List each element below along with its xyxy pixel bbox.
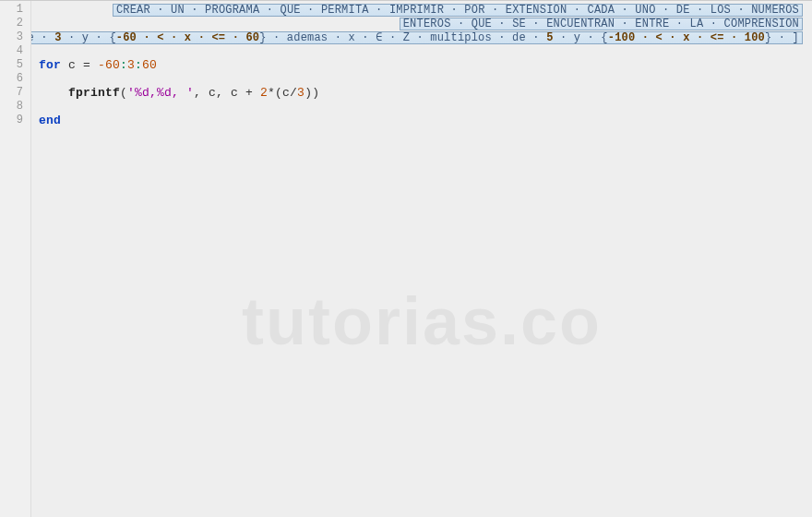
code-line-fprintf: fprintf('%d,%d, ', c, c + 2*(c/3)) <box>31 86 812 100</box>
code-line-for: for c = -60:3:60 <box>31 58 812 72</box>
line-gutter: 1 2 3 4 5 6 7 8 9 <box>0 1 31 517</box>
function-fprintf: fprintf <box>68 86 120 100</box>
line-number: 4 <box>0 44 30 58</box>
code-area[interactable]: CREAR · UN · PROGRAMA · QUE · PERMITA · … <box>31 1 812 517</box>
blank-line <box>31 44 812 58</box>
code-line-end: end <box>31 114 812 127</box>
code-editor[interactable]: 1 2 3 4 5 6 7 8 9 CREAR · UN · PROGRAMA … <box>0 0 812 517</box>
comment-header-text: [ · ∀ x · / · x · ∈ · Z · multiplos · de… <box>31 31 803 44</box>
line-number: 8 <box>0 100 30 114</box>
watermark-text: tutorias.co <box>242 283 602 359</box>
comment-header-line: ENTEROS · QUE · SE · ENCUENTRAN · ENTRE … <box>31 17 812 30</box>
line-number: 9 <box>0 114 30 127</box>
line-number: 1 <box>0 3 30 17</box>
blank-line <box>31 100 812 114</box>
line-number: 5 <box>0 58 30 72</box>
comment-header-text: CREAR · UN · PROGRAMA · QUE · PERMITA · … <box>113 4 803 17</box>
comment-header-text: ENTEROS · QUE · SE · ENCUENTRAN · ENTRE … <box>400 18 803 30</box>
keyword-for: for <box>39 58 61 72</box>
comment-header-line: [ · ∀ x · / · x · ∈ · Z · multiplos · de… <box>31 30 812 44</box>
line-number: 2 <box>0 17 30 30</box>
comment-header-line: CREAR · UN · PROGRAMA · QUE · PERMITA · … <box>31 3 812 17</box>
line-number: 6 <box>0 72 30 86</box>
keyword-end: end <box>39 114 61 127</box>
blank-line <box>31 72 812 86</box>
line-number: 3 <box>0 30 30 44</box>
string-literal: '%d,%d, ' <box>127 86 194 100</box>
line-number: 7 <box>0 86 30 100</box>
